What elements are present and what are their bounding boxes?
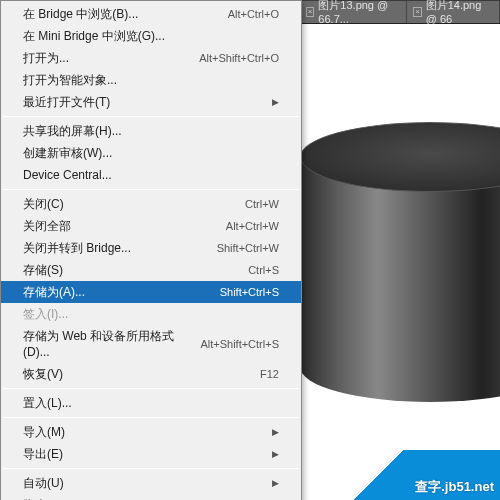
submenu-arrow-icon: ▶ xyxy=(272,94,279,110)
menu-item-label: 恢复(V) xyxy=(23,366,63,382)
canvas-area xyxy=(300,24,500,500)
menu-item-shortcut: Alt+Shift+Ctrl+O xyxy=(199,50,279,66)
menu-item: 签入(I)... xyxy=(1,303,301,325)
menu-item-shortcut: Shift+Ctrl+S xyxy=(220,284,279,300)
menu-separator xyxy=(3,388,299,389)
menu-item-label: 存储为(A)... xyxy=(23,284,85,300)
menu-item[interactable]: 导入(M)▶ xyxy=(1,421,301,443)
menu-item-label: 关闭全部 xyxy=(23,218,71,234)
menu-item-shortcut: Ctrl+W xyxy=(245,196,279,212)
menu-separator xyxy=(3,417,299,418)
menu-item[interactable]: 最近打开文件(T)▶ xyxy=(1,91,301,113)
file-menu: 在 Bridge 中浏览(B)...Alt+Ctrl+O在 Mini Bridg… xyxy=(0,0,302,500)
menu-item[interactable]: 打开为智能对象... xyxy=(1,69,301,91)
tab-image-13[interactable]: × 图片13.png @ 66.7... xyxy=(300,1,407,23)
menu-item-label: 打开为... xyxy=(23,50,69,66)
menu-item-label: 关闭并转到 Bridge... xyxy=(23,240,131,256)
close-icon[interactable]: × xyxy=(306,7,314,17)
menu-item-shortcut: Alt+Shift+Ctrl+S xyxy=(200,336,279,352)
document-tabs: × 图片13.png @ 66.7... × 图片14.png @ 66 xyxy=(300,0,500,24)
menu-item-label: 置入(L)... xyxy=(23,395,72,411)
menu-item-shortcut: F12 xyxy=(260,366,279,382)
cylinder-graphic xyxy=(300,122,500,402)
menu-item-shortcut: Ctrl+S xyxy=(248,262,279,278)
menu-item-label: 关闭(C) xyxy=(23,196,64,212)
menu-separator xyxy=(3,189,299,190)
menu-item-label: 导出(E) xyxy=(23,446,63,462)
submenu-arrow-icon: ▶ xyxy=(272,446,279,462)
menu-item[interactable]: 存储(S)Ctrl+S xyxy=(1,259,301,281)
menu-item[interactable]: 关闭全部Alt+Ctrl+W xyxy=(1,215,301,237)
menu-item-label: 打开为智能对象... xyxy=(23,72,117,88)
menu-separator xyxy=(3,116,299,117)
menu-item-shortcut: Alt+Ctrl+W xyxy=(226,218,279,234)
menu-item-label: 在 Bridge 中浏览(B)... xyxy=(23,6,138,22)
tab-image-14[interactable]: × 图片14.png @ 66 xyxy=(407,1,500,23)
menu-item[interactable]: 关闭并转到 Bridge...Shift+Ctrl+W xyxy=(1,237,301,259)
menu-item[interactable]: 打开为...Alt+Shift+Ctrl+O xyxy=(1,47,301,69)
submenu-arrow-icon: ▶ xyxy=(272,424,279,440)
menu-item[interactable]: 共享我的屏幕(H)... xyxy=(1,120,301,142)
menu-item-label: 在 Mini Bridge 中浏览(G)... xyxy=(23,28,165,44)
menu-item-label: 最近打开文件(T) xyxy=(23,94,110,110)
menu-item-label: Device Central... xyxy=(23,167,112,183)
menu-item-label: 创建新审核(W)... xyxy=(23,145,112,161)
submenu-arrow-icon: ▶ xyxy=(272,475,279,491)
menu-item-label: 存储为 Web 和设备所用格式(D)... xyxy=(23,328,200,360)
menu-item[interactable]: 创建新审核(W)... xyxy=(1,142,301,164)
menu-item[interactable]: 存储为(A)...Shift+Ctrl+S xyxy=(1,281,301,303)
menu-separator xyxy=(3,468,299,469)
menu-item[interactable]: 自动(U)▶ xyxy=(1,472,301,494)
close-icon[interactable]: × xyxy=(413,7,421,17)
menu-item[interactable]: 恢复(V)F12 xyxy=(1,363,301,385)
menu-item[interactable]: 在 Bridge 中浏览(B)...Alt+Ctrl+O xyxy=(1,3,301,25)
cylinder-body xyxy=(300,157,500,402)
menu-item-shortcut: Shift+Ctrl+W xyxy=(217,240,279,256)
menu-item[interactable]: 在 Mini Bridge 中浏览(G)... xyxy=(1,25,301,47)
menu-item-label: 签入(I)... xyxy=(23,306,68,322)
menu-item[interactable]: 导出(E)▶ xyxy=(1,443,301,465)
tab-label: 图片13.png @ 66.7... xyxy=(318,0,400,25)
menu-item-label: 存储(S) xyxy=(23,262,63,278)
menu-item-label: 导入(M) xyxy=(23,424,65,440)
menu-item-label: 共享我的屏幕(H)... xyxy=(23,123,122,139)
menu-item[interactable]: 存储为 Web 和设备所用格式(D)...Alt+Shift+Ctrl+S xyxy=(1,325,301,363)
menu-item[interactable]: 关闭(C)Ctrl+W xyxy=(1,193,301,215)
tab-label: 图片14.png @ 66 xyxy=(426,0,493,25)
menu-item[interactable]: Device Central... xyxy=(1,164,301,186)
watermark-text: 查字.jb51.net xyxy=(415,478,494,496)
menu-item[interactable]: 置入(L)... xyxy=(1,392,301,414)
menu-item-shortcut: Alt+Ctrl+O xyxy=(228,6,279,22)
watermark: 查字.jb51.net xyxy=(340,450,500,500)
menu-item[interactable]: 脚本(R)▶ xyxy=(1,494,301,500)
menu-item-label: 自动(U) xyxy=(23,475,64,491)
